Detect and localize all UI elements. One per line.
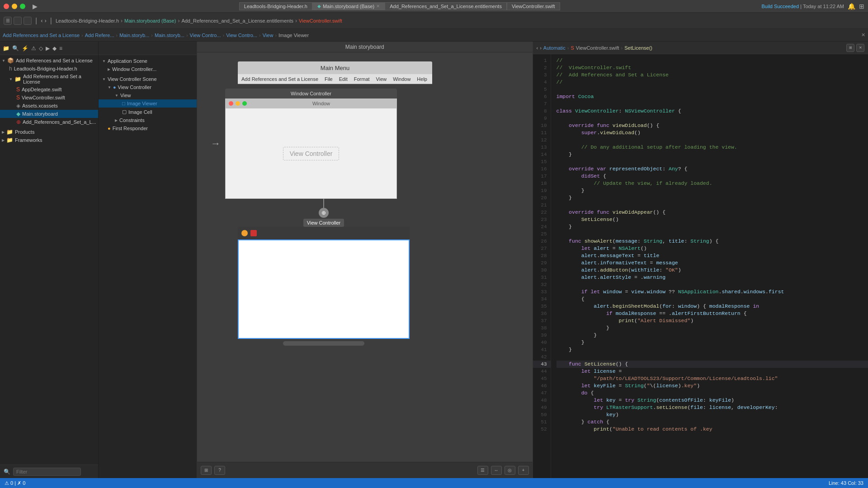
ln-16: 16 xyxy=(533,165,551,173)
window-tc-yellow xyxy=(236,101,240,106)
tab-entitlements[interactable]: Add_References_and_Set_a_License.entitle… xyxy=(385,2,507,10)
sb-nav-vc-scene[interactable]: ▼ View Controller Scene xyxy=(99,75,197,83)
expand-vc-scene-icon: ▼ xyxy=(102,77,106,81)
sb-plus-icon: + xyxy=(522,468,525,473)
expand-wc-icon: ▶ xyxy=(108,67,110,71)
file-tree: ▼ 📦 Add References and Set a License h L… xyxy=(0,55,98,145)
sb-bottom-btn2[interactable]: ? xyxy=(214,466,225,475)
sb-hscrollbar[interactable] xyxy=(238,341,410,346)
ln-39: 39 xyxy=(533,332,551,339)
sb-nav-image-cell[interactable]: ▢ Image Cell xyxy=(99,108,197,116)
close-button[interactable] xyxy=(4,4,9,9)
sidebar-source-icon[interactable]: ⚡ xyxy=(22,45,28,52)
code-body[interactable]: 1 2 3 4 5 6 7 8 9 10 11 12 13 14 15 16 1… xyxy=(533,54,868,478)
sb-nav-view[interactable]: ▼ View xyxy=(99,91,197,99)
tab-bridging[interactable]: Leadtools-Bridging-Header.h xyxy=(239,2,312,10)
sidebar-search-icon[interactable]: 🔍 xyxy=(12,45,19,52)
code-editor-header: ‹ › Automatic › S ViewController.swift ›… xyxy=(533,42,868,54)
sidebar-issue-icon[interactable]: ⚠ xyxy=(31,45,36,52)
code-function-label[interactable]: SetLicense() xyxy=(624,45,652,51)
sidebar-breakpoint-icon[interactable]: ◆ xyxy=(52,45,57,52)
sidebar-toggle-btn[interactable]: ☰ xyxy=(4,17,12,25)
first-responder-label: First Responder xyxy=(113,126,148,131)
sb-nav-constraints[interactable]: ▶ Constraints xyxy=(99,116,197,124)
filter-input[interactable] xyxy=(13,468,81,476)
nav-add-refs[interactable]: Add References and Set a License xyxy=(3,33,80,38)
sb-bottom-btn5[interactable]: ◎ xyxy=(505,466,515,475)
nav-back-code[interactable]: ‹ xyxy=(537,45,538,51)
nav-view-contro1[interactable]: View Contro... xyxy=(190,33,221,38)
nav-main-storyb2[interactable]: Main.storyb... xyxy=(155,33,184,38)
window-title-text: Window xyxy=(249,101,393,106)
sidebar-file-icon[interactable]: 📁 xyxy=(3,45,9,52)
ln-45: 45 xyxy=(533,375,551,382)
tab-main-storyboard[interactable]: ◆ Main.storyboard (Base) ✕ xyxy=(312,2,385,10)
nav-fwd-code[interactable]: › xyxy=(540,45,542,51)
sidebar-item-add-refs-group[interactable]: ▼ 📁 Add References and Set a License xyxy=(0,73,98,85)
nav-image-viewer[interactable]: Image Viewer xyxy=(278,33,309,38)
sidebar-item-entitlements[interactable]: ⊕ Add_References_and_Set_a_L... xyxy=(0,118,98,126)
layout-btn[interactable] xyxy=(14,17,22,25)
window-controller-bar-label: Window Controller xyxy=(291,91,331,96)
sidebar-test-icon[interactable]: ◇ xyxy=(39,45,43,52)
tab-main-storyboard-label: Main.storyboard (Base) xyxy=(323,4,374,9)
sb-nav-view-controller[interactable]: ▼ ● View Controller xyxy=(99,83,197,91)
sb-bottom-btn3[interactable]: ☰ xyxy=(477,466,488,475)
sidebar-item-add-refs-root[interactable]: ▼ 📦 Add References and Set a License xyxy=(0,56,98,65)
nav-main-storyb1[interactable]: Main.storyb... xyxy=(119,33,149,38)
nav-add-refere[interactable]: Add Refere... xyxy=(85,33,114,38)
menu-edit: Edit xyxy=(339,76,348,82)
forward-btn[interactable]: › xyxy=(45,17,47,24)
play-icon[interactable]: ▶ xyxy=(33,3,38,10)
sidebar-item-assets[interactable]: ◈ Assets.xcassets xyxy=(0,102,98,110)
sb-nav-app-scene[interactable]: ▼ Application Scene xyxy=(99,57,197,65)
code-lines[interactable]: // // ViewController.swift // Add Refere… xyxy=(551,54,868,478)
tab-close-icon[interactable]: ✕ xyxy=(376,4,380,9)
sidebar-item-main-storyboard[interactable]: ◆ Main.storyboard xyxy=(0,110,98,118)
notification-icon[interactable]: 🔔 xyxy=(848,3,855,10)
window-controls-icon[interactable]: ⊞ xyxy=(859,3,864,10)
image-viewer-box[interactable] xyxy=(238,239,410,339)
sidebar-item-frameworks[interactable]: ▶ 📁 Frameworks xyxy=(0,136,98,144)
ln-14: 14 xyxy=(533,151,551,158)
sidebar-label-assets: Assets.xcassets xyxy=(22,103,58,108)
build-status: Build Succeeded | Today at 11:22 AM xyxy=(762,4,844,9)
ln-43: 43 xyxy=(533,361,551,368)
vc-scene-bar xyxy=(238,227,410,239)
sb-nav-first-responder[interactable]: ● First Responder xyxy=(99,124,197,132)
sidebar-item-bridging[interactable]: h Leadtools-Bridging-Header.h xyxy=(0,65,98,73)
code-line-16: override var representedObject: Any? { xyxy=(557,165,868,173)
maximize-button[interactable] xyxy=(20,4,25,9)
sb-bottom-btn4[interactable]: ↔ xyxy=(491,466,502,475)
storyboard-canvas[interactable]: Main Menu Add References and Set a Licen… xyxy=(197,52,533,462)
ln-17: 17 xyxy=(533,173,551,180)
sb-bottom-btn6[interactable]: + xyxy=(518,466,529,475)
sidebar-label-add-refs-root: Add References and Set a License xyxy=(16,58,93,63)
sb-device-icon: ☰ xyxy=(481,468,485,473)
automatic-label[interactable]: Automatic xyxy=(543,45,566,51)
tab-viewcontroller[interactable]: ViewController.swift xyxy=(507,2,560,10)
sidebar-debug-icon[interactable]: ▶ xyxy=(46,45,50,52)
sb-nav-window-controller[interactable]: ▶ Window Controller... xyxy=(99,65,197,73)
close-panel-btn[interactable]: ✕ xyxy=(861,32,865,38)
nav-view-contro2[interactable]: View Contro... xyxy=(226,33,257,38)
back-btn[interactable]: ‹ xyxy=(41,17,42,24)
code-file-label[interactable]: ViewController.swift xyxy=(576,45,619,51)
minimize-button[interactable] xyxy=(12,4,17,9)
sidebar-item-products[interactable]: ▶ 📁 Products xyxy=(0,128,98,136)
sb-nav-image-viewer[interactable]: □ Image Viewer xyxy=(99,99,197,108)
code-split-btn[interactable]: ⊞ xyxy=(846,44,854,52)
sb-nav-tree: ▼ Application Scene ▶ Window Controller.… xyxy=(99,55,197,134)
main-menu-label: Main Menu xyxy=(321,65,349,71)
sidebar-item-viewcontroller[interactable]: S ViewController.swift xyxy=(0,94,98,102)
sidebar-report-icon[interactable]: ≡ xyxy=(59,45,62,52)
sb-bottom-btn1[interactable]: ⊞ xyxy=(201,466,212,475)
image-viewer-icon: □ xyxy=(122,101,125,106)
breakpoint-btn[interactable] xyxy=(24,17,32,25)
entitlements-icon: ⊕ xyxy=(16,119,21,125)
storyboard-area: Main storyboard Main Menu Add References… xyxy=(197,42,533,478)
sidebar-item-appdelegate[interactable]: S AppDelegate.swift xyxy=(0,85,98,94)
code-close-btn[interactable]: ✕ xyxy=(856,44,864,52)
code-line-3: // Add References and Set a License xyxy=(557,71,868,79)
nav-view[interactable]: View xyxy=(263,33,274,38)
